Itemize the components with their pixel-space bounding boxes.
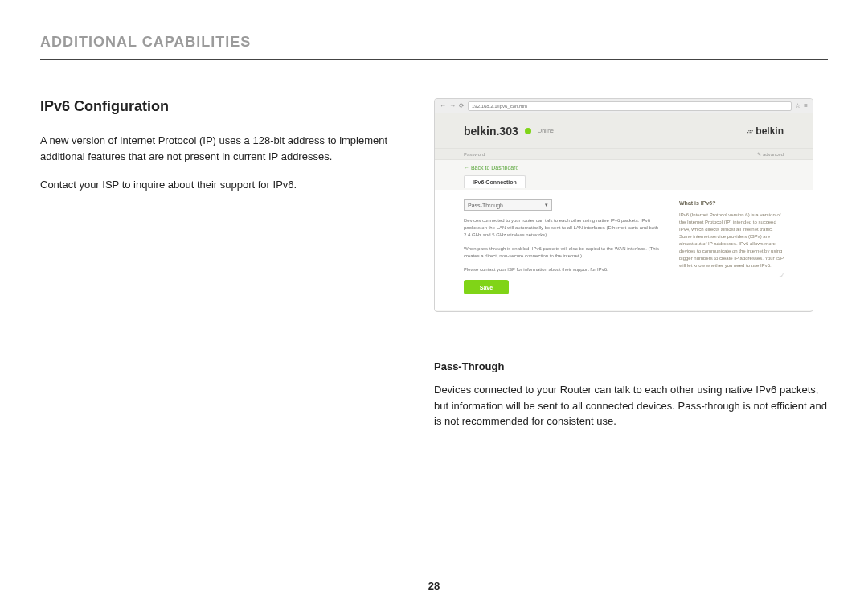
router-name: belkin.303 xyxy=(464,125,518,138)
forward-arrow-icon: → xyxy=(449,102,456,109)
menu-icon: ≡ xyxy=(804,102,808,109)
router-paragraph-3: Please contact your ISP for information … xyxy=(464,266,660,273)
password-label: Password xyxy=(464,152,485,157)
router-paragraph-1: Devices connected to your router can tal… xyxy=(464,217,660,239)
section-title: IPv6 Configuration xyxy=(40,98,410,115)
subsection-body: Devices connected to your Router can tal… xyxy=(434,382,828,429)
back-to-dashboard-link[interactable]: ← Back to Dashboard xyxy=(464,165,784,170)
content-columns: IPv6 Configuration A new version of Inte… xyxy=(40,98,828,442)
section-paragraph-2: Contact your ISP to inquire about their … xyxy=(40,177,410,193)
brand-text: belkin xyxy=(755,125,784,137)
screenshot-router-admin: ← → ⟳ 192.168.2.1/ipv6_con.htm ☆ ≡ belki… xyxy=(434,98,813,312)
divider-bottom xyxy=(40,569,828,569)
dropdown-value: Pass-Through xyxy=(468,203,503,208)
left-column: IPv6 Configuration A new version of Inte… xyxy=(40,98,410,442)
url-text: 192.168.2.1/ipv6_con.htm xyxy=(472,104,527,109)
router-paragraph-2: When pass-through is enabled, IPv6 packe… xyxy=(464,245,660,260)
document-page: ADDITIONAL CAPABILITIES IPv6 Configurati… xyxy=(0,0,868,608)
help-title: What is IPv6? xyxy=(679,199,784,208)
status-dot-icon xyxy=(525,128,531,134)
page-header: ADDITIONAL CAPABILITIES xyxy=(40,34,828,51)
advanced-link[interactable]: ✎ advanced xyxy=(757,151,784,157)
router-nav: ← Back to Dashboard IPv6 Connection xyxy=(435,160,813,190)
brand-logo: ∴∵ belkin xyxy=(747,125,784,137)
ipv6-mode-dropdown[interactable]: Pass-Through ▾ xyxy=(464,199,552,211)
help-panel-decoration xyxy=(679,273,784,277)
status-label: Online xyxy=(538,128,554,134)
router-subheader: Password ✎ advanced xyxy=(435,149,813,160)
reload-icon: ⟳ xyxy=(459,102,465,109)
url-field[interactable]: 192.168.2.1/ipv6_con.htm xyxy=(468,101,792,111)
save-button[interactable]: Save xyxy=(464,280,509,294)
right-column: ← → ⟳ 192.168.2.1/ipv6_con.htm ☆ ≡ belki… xyxy=(434,98,828,442)
browser-toolbar: ← → ⟳ 192.168.2.1/ipv6_con.htm ☆ ≡ xyxy=(435,99,813,113)
subsection-title: Pass-Through xyxy=(434,360,828,372)
router-form: Pass-Through ▾ Devices connected to your… xyxy=(464,199,660,299)
section-paragraph-1: A new version of Internet Protocol (IP) … xyxy=(40,133,410,164)
help-body: IPv6 (Internet Protocol version 6) is a … xyxy=(679,212,784,268)
help-panel: What is IPv6? IPv6 (Internet Protocol ve… xyxy=(679,199,784,299)
bookmark-icon: ☆ xyxy=(795,102,800,109)
tab-ipv6-connection[interactable]: IPv6 Connection xyxy=(464,175,526,188)
router-header: belkin.303 Online ∴∵ belkin xyxy=(435,113,813,149)
router-body: Pass-Through ▾ Devices connected to your… xyxy=(435,190,813,310)
chevron-down-icon: ▾ xyxy=(545,202,548,208)
back-arrow-icon: ← xyxy=(440,102,446,109)
save-button-label: Save xyxy=(480,285,493,290)
divider-top xyxy=(40,59,828,60)
page-number: 28 xyxy=(0,580,868,592)
